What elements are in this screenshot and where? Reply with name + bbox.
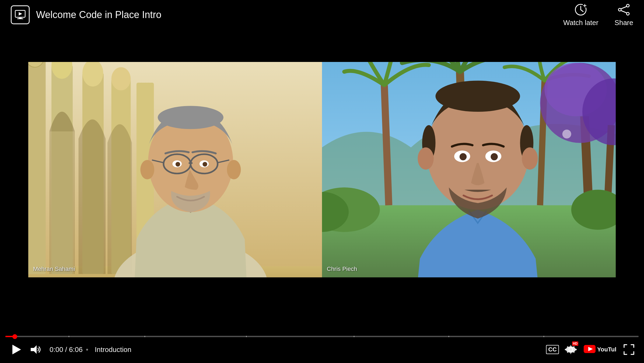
svg-line-6 — [581, 10, 583, 12]
svg-line-54 — [384, 85, 389, 205]
time-separator: / — [65, 345, 69, 354]
video-panel-left: Mehran Sahami — [28, 62, 322, 277]
clock-icon — [574, 3, 587, 16]
video-panel-right: Chris Piech — [322, 62, 616, 277]
svg-marker-3 — [19, 12, 22, 16]
share-icon — [617, 3, 631, 16]
controls-bar: 0:00 / 6:06 • Introduction CC HD — [0, 325, 644, 363]
svg-point-31 — [158, 106, 223, 129]
play-button[interactable] — [6, 341, 26, 358]
svg-point-65 — [436, 81, 520, 112]
progress-bar-track[interactable] — [5, 336, 639, 337]
hd-badge: HD — [572, 341, 578, 346]
youtube-logo-svg: YouTube — [584, 344, 616, 354]
fullscreen-button[interactable] — [620, 342, 638, 357]
video-content-left: Mehran Sahami — [28, 62, 322, 277]
svg-point-71 — [491, 153, 498, 160]
right-person-name: Chris Piech — [327, 266, 357, 273]
svg-point-41 — [202, 162, 207, 166]
youtube-logo: YouTube — [579, 344, 620, 355]
time-display: 0:00 / 6:06 — [50, 345, 83, 354]
svg-point-72 — [418, 147, 434, 170]
video-title: Welcome Code in Place Intro — [36, 9, 162, 20]
time-current: 0:00 — [50, 345, 63, 354]
title-area: Welcome Code in Place Intro — [11, 5, 162, 24]
watch-later-button[interactable]: Watch later — [563, 3, 598, 27]
fullscreen-icon — [623, 344, 635, 355]
svg-text:YouTube: YouTube — [597, 346, 616, 353]
top-bar: Welcome Code in Place Intro Watch later — [0, 0, 644, 30]
chapter-name: Introduction — [95, 345, 131, 354]
dot-separator: • — [86, 345, 88, 354]
play-icon — [10, 343, 23, 356]
video-player: Welcome Code in Place Intro Watch later — [0, 0, 644, 363]
tv-icon-svg — [14, 9, 26, 21]
svg-point-43 — [227, 160, 241, 179]
svg-point-26 — [111, 67, 131, 90]
chapter-marker — [69, 336, 69, 337]
svg-line-13 — [621, 6, 627, 9]
progress-bar-container[interactable] — [0, 336, 644, 337]
controls-row: 0:00 / 6:06 • Introduction CC HD — [0, 341, 644, 358]
chapter-marker — [145, 336, 145, 337]
share-label: Share — [615, 19, 633, 27]
outdoor-scene-svg — [322, 62, 616, 277]
chapter-marker — [544, 336, 544, 337]
svg-point-40 — [176, 162, 180, 166]
left-person-name: Mehran Sahami — [33, 266, 75, 273]
svg-point-73 — [522, 147, 538, 170]
share-button[interactable]: Share — [615, 3, 633, 27]
video-content-right: Chris Piech — [322, 62, 616, 277]
chapter-marker — [354, 336, 354, 337]
svg-point-12 — [618, 8, 621, 11]
volume-icon — [29, 343, 42, 356]
chapter-marker — [449, 336, 449, 337]
settings-button[interactable]: HD — [562, 342, 579, 357]
top-actions: Watch later Share — [563, 3, 633, 27]
svg-point-10 — [626, 4, 629, 7]
svg-line-14 — [621, 11, 627, 13]
svg-marker-75 — [31, 345, 37, 354]
chapter-markers — [5, 336, 639, 337]
watch-later-label: Watch later — [563, 19, 598, 27]
svg-marker-74 — [12, 345, 21, 354]
stanford-scene-svg — [28, 62, 322, 277]
svg-point-42 — [140, 160, 154, 179]
cc-button[interactable]: CC — [543, 343, 562, 356]
video-area: Mehran Sahami — [28, 62, 616, 277]
svg-point-63 — [562, 130, 571, 138]
svg-rect-28 — [50, 131, 74, 274]
tv-logo-icon — [11, 5, 30, 24]
svg-point-11 — [626, 12, 629, 15]
svg-point-70 — [460, 153, 467, 160]
time-total: 6:06 — [69, 345, 83, 354]
chapter-marker — [246, 336, 247, 337]
cc-badge: CC — [546, 345, 559, 354]
volume-button[interactable] — [26, 341, 45, 358]
svg-rect-19 — [28, 62, 46, 274]
